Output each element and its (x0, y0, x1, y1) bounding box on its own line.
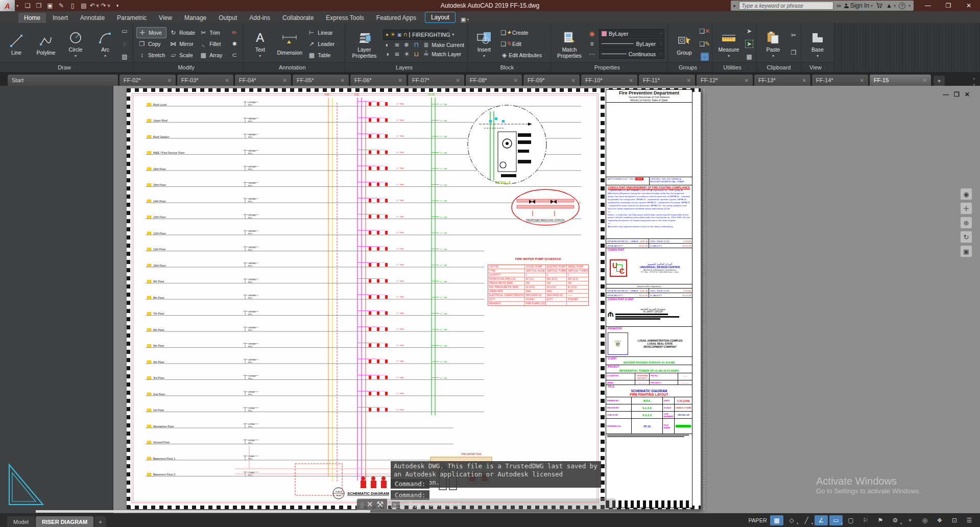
base-button[interactable]: Base▾ (804, 29, 831, 58)
drawing-minimize-button[interactable]: — (943, 91, 949, 98)
fillet-button[interactable]: ◟Fillet▾ (198, 38, 228, 50)
undo-icon[interactable]: ↶▾ (90, 1, 100, 10)
command-grip-icon[interactable]: ⣿ (361, 502, 364, 507)
command-customize-icon[interactable]: ⚒ (376, 499, 384, 509)
tab-close-icon[interactable]: ✕ (629, 78, 633, 83)
ribbon-tab-express-tools[interactable]: Express Tools (320, 13, 369, 23)
help-icon[interactable]: ? (899, 3, 905, 9)
measure-button[interactable]: Measure▾ (715, 29, 742, 58)
quick-select-icon[interactable]: ➤ (745, 40, 753, 48)
ribbon-tab-home[interactable]: Home (18, 13, 46, 23)
qat-customize-icon[interactable]: ▾ (112, 1, 123, 10)
tab-close-icon[interactable]: ✕ (745, 78, 749, 83)
layer-thaw-icon[interactable]: ☀ (402, 50, 411, 58)
lineweight-dropdown[interactable]: ByLayer▾ (599, 39, 664, 49)
tab-close-icon[interactable]: ✕ (225, 78, 229, 83)
ribbon-tab-annotate[interactable]: Annotate (75, 13, 110, 23)
ribbon-tab-manage[interactable]: Manage (179, 13, 212, 23)
layer-isolate-icon[interactable]: ≋ (393, 41, 401, 49)
paste-button[interactable]: Paste▾ (760, 29, 786, 58)
app-store-cart-icon[interactable] (876, 3, 883, 9)
layer-properties-button[interactable]: Layer Properties (348, 29, 380, 59)
tab-overflow-icon[interactable]: ⌃⌄ (972, 79, 976, 86)
layer-off-icon[interactable]: ◐ (383, 41, 391, 49)
panel-label-view[interactable]: View▾ (801, 62, 834, 72)
ellipse-tool-icon[interactable]: ◌ ▾ (122, 40, 130, 48)
group-button[interactable]: Group (671, 32, 698, 56)
file-tab-ff-11[interactable]: FF-11*✕ (638, 74, 696, 86)
help-caret-icon[interactable]: ▾ (909, 4, 911, 8)
insert-button[interactable]: Insert▾ (471, 29, 497, 58)
open-file-icon[interactable]: ❒ (34, 1, 44, 10)
group-edit-icon[interactable]: ❑✎ (701, 40, 709, 48)
tab-riser-diagram[interactable]: RISER DIAGRAM (36, 516, 93, 527)
file-tab-ff-04[interactable]: FF-04*✕ (234, 74, 292, 86)
table-button[interactable]: ▦Table (306, 50, 342, 61)
match-properties-button[interactable]: Match Properties (554, 29, 585, 59)
drawing-viewport[interactable]: 4″Ø 6″Ø 2½″Ø Roof Level+71.500F.F.L.1½″ … (0, 86, 980, 513)
dynamic-input-icon[interactable]: ▭▾ (829, 515, 843, 525)
minimize-button[interactable]: — (918, 1, 938, 11)
trim-button[interactable]: ✂Trim▾ (198, 27, 228, 38)
linetype-dropdown[interactable]: Continuous▾ (599, 50, 664, 59)
explode-button[interactable]: ✹ (229, 38, 240, 50)
new-drawing-tab-button[interactable]: + (934, 76, 945, 86)
line-button[interactable]: Line (3, 32, 30, 56)
stretch-button[interactable]: ↕Stretch (136, 50, 166, 61)
tab-close-icon[interactable]: ✕ (923, 78, 927, 83)
object-snap-icon[interactable]: ∠ (815, 515, 828, 525)
ribbon-tab-insert[interactable]: Insert (47, 13, 74, 23)
panel-label-utilities[interactable]: Utilities▾ (712, 62, 756, 72)
array-button[interactable]: ▦Array▾ (198, 50, 228, 61)
dimension-button[interactable]: Dimension (276, 32, 303, 56)
layer-unisolate-icon[interactable]: ≌ (393, 50, 401, 58)
tab-close-icon[interactable]: ✕ (802, 78, 806, 83)
file-tab-ff-06[interactable]: FF-06*✕ (350, 74, 407, 86)
tab-close-icon[interactable]: ✕ (283, 78, 287, 83)
search-input[interactable]: Type a keyword or phrase (739, 2, 833, 10)
cut-icon[interactable]: ✂ (790, 31, 798, 39)
tab-close-icon[interactable]: ✕ (341, 78, 345, 83)
polyline-button[interactable]: Polyline (33, 32, 59, 56)
command-recent-caret-icon[interactable]: ▾ (402, 502, 404, 507)
app-menu-caret-icon[interactable]: ▾ (16, 4, 18, 8)
tab-close-icon[interactable]: ✕ (168, 78, 172, 83)
linetype-icon[interactable]: ⋯ (588, 50, 596, 58)
ribbon-tab-view[interactable]: View (153, 13, 178, 23)
close-button[interactable]: ✕ (959, 1, 979, 11)
text-button[interactable]: A Text▾ (247, 29, 273, 58)
pan-icon[interactable]: ✛ (960, 202, 972, 214)
tab-close-icon[interactable]: ✕ (456, 78, 460, 83)
group-selection-icon[interactable]: ⬚ (701, 53, 709, 61)
panel-label-groups[interactable]: Groups▾ (668, 62, 712, 72)
file-tab-ff-13[interactable]: FF-13*✕ (754, 74, 811, 86)
rectangle-tool-icon[interactable]: ▭ ▾ (122, 27, 130, 35)
copy-clip-icon[interactable]: ❐ (790, 49, 798, 57)
annotation-autoscale-icon[interactable]: ⚑ (874, 515, 887, 525)
hatch-tool-icon[interactable]: ▨ ▾ (122, 53, 130, 61)
file-tab-start[interactable]: Start (7, 74, 118, 86)
lineweight-icon[interactable]: ≡ (588, 40, 596, 48)
ribbon-tab-output[interactable]: Output (213, 13, 243, 23)
ribbon-tab-featured-apps[interactable]: Featured Apps (371, 13, 422, 23)
rotate-button[interactable]: ↻Rotate (168, 27, 197, 38)
layer-on-icon[interactable]: ◑ (383, 50, 391, 58)
tab-close-icon[interactable]: ✕ (571, 78, 576, 83)
drawing-restore-button[interactable]: ❐ (954, 91, 960, 98)
file-tab-ff-02[interactable]: FF-02*✕ (119, 74, 176, 86)
object-color-dropdown[interactable]: ByLayer▾ (599, 29, 664, 38)
leader-button[interactable]: ↗Leader▾ (306, 38, 342, 50)
layer-freeze-icon[interactable]: ❄ (402, 41, 411, 49)
new-layout-button[interactable]: + (94, 516, 106, 527)
tab-close-icon[interactable]: ✕ (860, 78, 864, 83)
grid-display-icon[interactable]: ▦ (770, 515, 783, 525)
panel-label-layers[interactable]: Layers▾ (345, 62, 467, 72)
ribbon-tab-add-ins[interactable]: Add-ins (244, 13, 276, 23)
erase-button[interactable]: ✏ (229, 27, 240, 38)
ribbon-tab-parametric[interactable]: Parametric (111, 13, 152, 23)
annotation-visibility-icon[interactable]: ⚐ (859, 515, 872, 525)
mirror-button[interactable]: ⋈Mirror (168, 38, 197, 50)
create-block-button[interactable]: ❑✦Create (500, 27, 547, 38)
orbit-icon[interactable]: ↻ (960, 231, 972, 243)
full-navigation-wheel-icon[interactable]: ◉ (960, 188, 972, 200)
